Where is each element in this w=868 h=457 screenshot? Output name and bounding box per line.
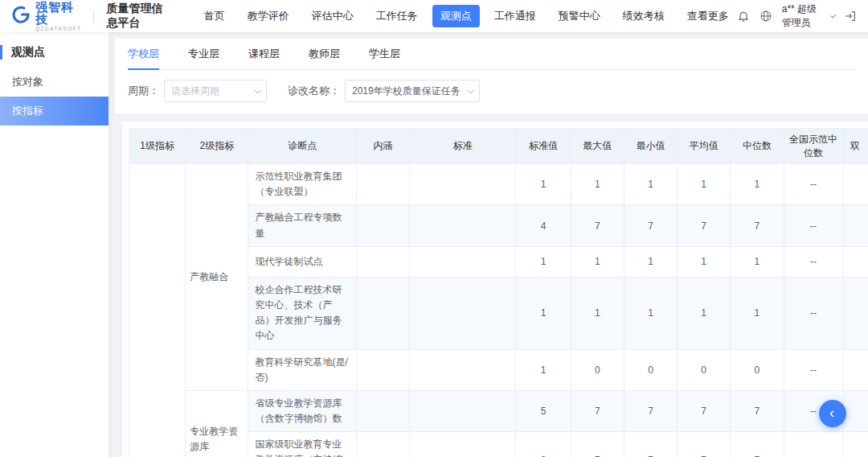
diagnosis-point-cell: 校企合作工程技术研究中心、技术（产品）开发推广与服务中心: [248, 277, 356, 349]
col-header-6: 最大值: [571, 129, 624, 164]
min-cell: 0: [624, 349, 677, 390]
national-median-cell: --: [784, 432, 843, 457]
diagnosis-name-label: 诊改名称：: [288, 84, 340, 98]
national-median-cell: --: [784, 277, 843, 349]
avg-cell: 7: [678, 432, 731, 457]
table-scroll-area[interactable]: 1级指标2级指标诊断点内涵标准标准值最大值最小值平均值中位数全国示范中位数双产教…: [129, 128, 868, 457]
standard-value-cell: 1: [516, 349, 571, 390]
median-cell: 1: [731, 164, 784, 205]
col-header-10: 全国示范中位数: [784, 129, 843, 164]
median-cell: 1: [731, 277, 784, 349]
scroll-left-fab-button[interactable]: ‹: [819, 400, 846, 427]
user-name: a** 超级管理员: [782, 2, 826, 30]
standard-cell: [410, 349, 516, 390]
language-globe-icon[interactable]: [760, 10, 772, 23]
col-header-0: 1级指标: [129, 129, 186, 164]
sidebar-item-by-object[interactable]: 按对象: [0, 68, 108, 97]
diagnosis-point-cell: 省级专业教学资源库（含数字博物馆）数: [248, 390, 356, 431]
tab-school-layer[interactable]: 学校层: [128, 47, 159, 70]
standard-cell: [410, 432, 516, 457]
overflow-cell: [843, 164, 868, 205]
tab-major-layer[interactable]: 专业层: [188, 47, 219, 69]
col-header-3: 内涵: [356, 129, 409, 164]
sidebar-item-by-indicator[interactable]: 按指标: [0, 97, 108, 126]
logout-icon[interactable]: [844, 10, 857, 23]
logo-divider: [93, 10, 94, 23]
standard-value-cell: 1: [516, 246, 571, 277]
tabs-card: 学校层专业层课程层教师层学生层 周期： 请选择周期 诊改名称： 2019年学校质…: [115, 39, 868, 113]
bell-icon[interactable]: [737, 10, 750, 23]
level1-indicator-cell: [129, 164, 186, 457]
nav-item-work-tasks[interactable]: 工作任务: [368, 5, 426, 27]
min-cell: 7: [624, 390, 677, 431]
logo: 强智科技 QZDATASOFT 质量管理信息平台: [11, 1, 174, 32]
header-actions: a** 超级管理员: [737, 2, 857, 30]
nav-item-assessment-center[interactable]: 评估中心: [304, 5, 362, 27]
col-header-2: 诊断点: [248, 129, 356, 164]
min-cell: 1: [624, 277, 677, 349]
standard-value-cell: 5: [516, 390, 571, 431]
logo-icon: [11, 5, 31, 27]
standard-value-cell: 1: [516, 277, 571, 349]
standard-cell: [410, 246, 516, 277]
page-title: 质量管理信息平台: [106, 2, 173, 31]
national-median-cell: --: [784, 246, 843, 277]
connotation-cell: [356, 246, 409, 277]
sidebar: 观测点 按对象按指标: [0, 32, 108, 457]
connotation-cell: [356, 164, 409, 205]
level2-indicator-cell: 专业教学资源库: [186, 390, 248, 457]
min-cell: 7: [624, 205, 677, 246]
chevron-down-icon: [254, 87, 260, 93]
period-select[interactable]: 请选择周期: [164, 80, 267, 102]
overflow-cell: [843, 205, 868, 246]
logo-company-name: 强智科技: [35, 1, 82, 25]
overflow-cell: [843, 349, 868, 390]
table-row: 专业教学资源库省级专业教学资源库（含数字博物馆）数57777--: [129, 390, 868, 431]
app-root: 强智科技 QZDATASOFT 质量管理信息平台 首页教学评价评估中心工作任务观…: [0, 0, 868, 457]
nav-item-performance-assessment[interactable]: 绩效考核: [615, 5, 673, 27]
nav-item-home[interactable]: 首页: [196, 5, 233, 27]
avg-cell: 1: [678, 164, 731, 205]
max-cell: 1: [571, 164, 624, 205]
nav-item-work-bulletin[interactable]: 工作通报: [486, 5, 544, 27]
indicators-table: 1级指标2级指标诊断点内涵标准标准值最大值最小值平均值中位数全国示范中位数双产教…: [129, 128, 868, 457]
min-cell: 1: [624, 246, 677, 277]
standard-value-cell: 3: [516, 432, 571, 457]
max-cell: 7: [571, 205, 624, 246]
diagnosis-point-cell: 产教融合工程专项数量: [248, 205, 356, 246]
avg-cell: 1: [678, 277, 731, 349]
connotation-cell: [356, 349, 409, 390]
standard-cell: [410, 205, 516, 246]
tab-teacher-layer[interactable]: 教师层: [309, 47, 340, 69]
user-menu[interactable]: a** 超级管理员: [782, 2, 834, 30]
col-header-1: 2级指标: [186, 129, 248, 164]
diagnosis-point-cell: 国家级职业教育专业教学资源库（主持/参与）（新增）数: [248, 432, 356, 457]
col-header-11: 双: [843, 129, 868, 164]
max-cell: 0: [571, 349, 624, 390]
median-cell: 1: [731, 246, 784, 277]
connotation-cell: [356, 390, 409, 431]
sidebar-title: 观测点: [0, 45, 108, 60]
standard-cell: [410, 164, 516, 205]
diagnosis-name-select-value: 2019年学校质量保证任务: [352, 84, 461, 98]
nav-item-warning-center[interactable]: 预警中心: [551, 5, 608, 27]
col-header-5: 标准值: [516, 129, 571, 164]
period-label: 周期：: [128, 84, 159, 98]
national-median-cell: --: [784, 164, 843, 205]
overflow-cell: [843, 246, 868, 277]
diagnosis-name-select[interactable]: 2019年学校质量保证任务: [345, 80, 480, 102]
chevron-down-icon: [467, 87, 473, 93]
nav-item-observation-points[interactable]: 观测点: [432, 5, 480, 27]
chevron-down-icon: [830, 13, 836, 19]
overflow-cell: [843, 390, 868, 431]
nav-item-view-more[interactable]: 查看更多: [679, 5, 737, 27]
nav-item-teaching-evaluation[interactable]: 教学评价: [240, 5, 297, 27]
tab-course-layer[interactable]: 课程层: [248, 47, 280, 69]
standard-cell: [410, 277, 516, 349]
standard-value-cell: 1: [516, 164, 571, 205]
national-median-cell: --: [784, 205, 843, 246]
table-header-row: 1级指标2级指标诊断点内涵标准标准值最大值最小值平均值中位数全国示范中位数双: [129, 129, 868, 164]
top-nav: 首页教学评价评估中心工作任务观测点工作通报预警中心绩效考核查看更多: [196, 5, 737, 27]
median-cell: 7: [731, 205, 784, 246]
tab-student-layer[interactable]: 学生层: [369, 47, 400, 69]
